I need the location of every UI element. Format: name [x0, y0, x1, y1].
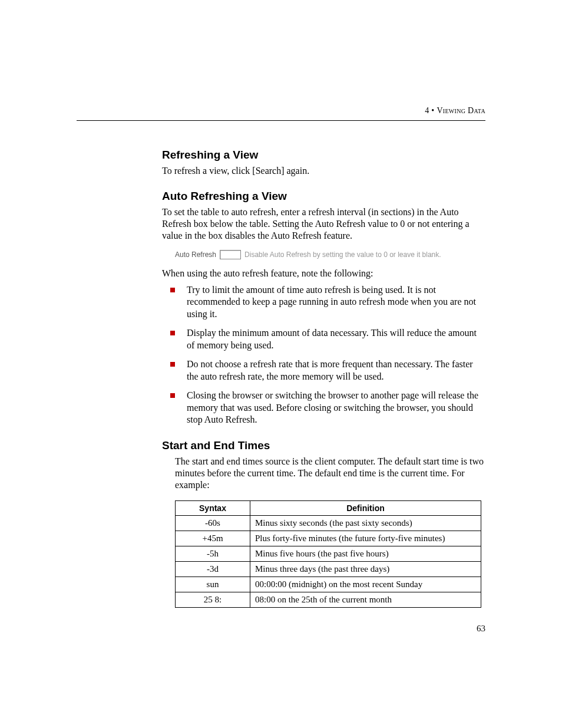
auto-refresh-label: Auto Refresh	[175, 251, 216, 259]
cell-definition: Minus five hours (the past five hours)	[250, 546, 481, 561]
table-row: +45m Plus forty-five minutes (the future…	[176, 531, 481, 546]
cell-definition: Minus sixty seconds (the past sixty seco…	[250, 515, 481, 531]
list-item: Do not choose a refresh rate that is mor…	[162, 358, 485, 383]
cell-syntax: -5h	[176, 546, 250, 561]
list-item: Try to limit the amount of time auto ref…	[162, 284, 485, 320]
auto-refresh-hint: Disable Auto Refresh by setting the valu…	[244, 251, 441, 259]
chapter-number: 4	[425, 106, 429, 115]
header-rule	[77, 120, 485, 121]
syntax-table: Syntax Definition -60s Minus sixty secon…	[175, 500, 481, 608]
cell-definition: Minus three days (the past three days)	[250, 561, 481, 577]
bullet-icon	[170, 331, 175, 335]
cell-syntax: +45m	[176, 531, 250, 546]
cell-definition: 08:00 on the 25th of the current month	[250, 592, 481, 607]
header-separator: •	[431, 106, 434, 115]
table-row: -5h Minus five hours (the past five hour…	[176, 546, 481, 561]
chapter-title: Viewing Data	[437, 106, 485, 115]
table-header-row: Syntax Definition	[176, 500, 481, 515]
table-row: -60s Minus sixty seconds (the past sixty…	[176, 515, 481, 531]
bullet-icon	[170, 393, 175, 398]
bullet-icon	[170, 288, 175, 292]
content-area: Refreshing a View To refresh a view, cli…	[162, 149, 485, 608]
refreshing-body: To refresh a view, click [Search] again.	[162, 165, 485, 177]
list-item: Display the minimum amount of data neces…	[162, 327, 485, 351]
cell-definition: Plus forty-five minutes (the future fort…	[250, 531, 481, 546]
th-definition: Definition	[250, 500, 481, 515]
table-row: 25 8: 08:00 on the 25th of the current m…	[176, 592, 481, 607]
bullet-text: Do not choose a refresh rate that is mor…	[187, 359, 473, 381]
auto-refresh-figure: Auto Refresh Disable Auto Refresh by set…	[175, 250, 485, 259]
bullet-icon	[170, 362, 175, 367]
heading-start-end: Start and End Times	[162, 439, 485, 452]
auto-refresh-input[interactable]	[220, 250, 241, 259]
cell-syntax: -3d	[176, 561, 250, 577]
running-header: 4 • Viewing Data	[425, 106, 485, 116]
heading-refreshing: Refreshing a View	[162, 149, 485, 162]
cell-syntax: 25 8:	[176, 592, 250, 607]
list-item: Closing the browser or switching the bro…	[162, 390, 485, 426]
auto-refreshing-note-intro: When using the auto refresh feature, not…	[162, 268, 485, 279]
bullet-text: Display the minimum amount of data neces…	[187, 328, 477, 350]
cell-syntax: -60s	[176, 515, 250, 531]
cell-definition: 00:00:00 (midnight) on the most recent S…	[250, 577, 481, 592]
table-row: -3d Minus three days (the past three day…	[176, 561, 481, 577]
th-syntax: Syntax	[176, 500, 250, 515]
bullet-text: Closing the browser or switching the bro…	[187, 390, 478, 424]
cell-syntax: sun	[176, 577, 250, 592]
table-row: sun 00:00:00 (midnight) on the most rece…	[176, 577, 481, 592]
start-end-intro: The start and end times source is the cl…	[175, 456, 485, 491]
bullet-text: Try to limit the amount of time auto ref…	[187, 285, 476, 319]
page-number: 63	[477, 624, 485, 634]
document-page: 4 • Viewing Data Refreshing a View To re…	[0, 0, 562, 728]
heading-auto-refreshing: Auto Refreshing a View	[162, 190, 485, 203]
auto-refreshing-bullets: Try to limit the amount of time auto ref…	[162, 284, 485, 426]
auto-refreshing-intro: To set the table to auto refresh, enter …	[162, 206, 485, 242]
